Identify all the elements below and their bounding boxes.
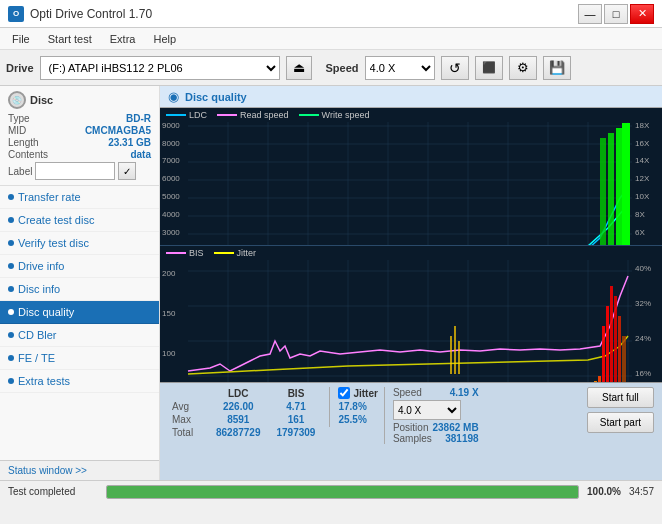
total-row: Total 86287729 1797309 (168, 426, 323, 439)
time-text: 34:57 (629, 486, 654, 497)
progress-bar-container (106, 485, 579, 499)
svg-text:6000: 6000 (162, 174, 180, 183)
save-button[interactable]: 💾 (543, 56, 571, 80)
svg-text:8000: 8000 (162, 139, 180, 148)
progress-text: 100.0% (587, 486, 621, 497)
position-label: Position (393, 422, 429, 433)
nav-dot-active (8, 309, 14, 315)
disc-contents-row: Contents data (8, 149, 151, 160)
speed-selector[interactable]: 4.0 X (393, 400, 461, 420)
drive-bar: Drive (F:) ATAPI iHBS112 2 PL06 ⏏ Speed … (0, 50, 662, 86)
speed-value: 4.19 X (450, 387, 479, 398)
ldc-legend-item: LDC (166, 110, 207, 120)
samples-label: Samples (393, 433, 432, 444)
charts-container: LDC Read speed Write speed (160, 108, 662, 382)
menu-extra[interactable]: Extra (102, 31, 144, 47)
samples-row: Samples 381198 (393, 433, 479, 444)
svg-rect-42 (622, 123, 630, 245)
top-legend: LDC Read speed Write speed (160, 108, 375, 122)
start-part-button[interactable]: Start part (587, 412, 654, 433)
sidebar-item-transfer-rate[interactable]: Transfer rate (0, 186, 159, 209)
top-chart-svg: 9000 8000 7000 6000 5000 4000 3000 2000 … (160, 108, 662, 245)
status-window-button[interactable]: Status window >> (0, 460, 159, 480)
read-speed-legend-label: Read speed (240, 110, 289, 120)
max-jitter-row: 25.5% (338, 414, 377, 425)
svg-text:24%: 24% (635, 334, 651, 343)
jitter-legend-item: Jitter (214, 248, 257, 258)
stats-area: LDC BIS Avg 226.00 4.71 Max 8591 (160, 382, 662, 480)
disc-length-label: Length (8, 137, 39, 148)
menu-start-test[interactable]: Start test (40, 31, 100, 47)
sidebar-item-disc-info[interactable]: Disc info (0, 278, 159, 301)
sidebar-item-create-test-disc[interactable]: Create test disc (0, 209, 159, 232)
disc-mid-value: CMCMAGBA5 (85, 125, 151, 136)
svg-rect-84 (606, 306, 609, 383)
drive-label: Drive (6, 62, 34, 74)
nav-items: Transfer rate Create test disc Verify te… (0, 186, 159, 460)
svg-rect-54 (160, 246, 662, 383)
refresh-button[interactable]: ↺ (441, 56, 469, 80)
stats-table: LDC BIS Avg 226.00 4.71 Max 8591 (168, 387, 323, 439)
menu-file[interactable]: File (4, 31, 38, 47)
sidebar-item-fe-te[interactable]: FE / TE (0, 347, 159, 370)
sidebar-item-extra-tests[interactable]: Extra tests (0, 370, 159, 393)
disc-label-apply-button[interactable]: ✓ (118, 162, 136, 180)
close-button[interactable]: ✕ (630, 4, 654, 24)
speed-row: Speed 4.19 X (393, 387, 479, 398)
svg-text:40%: 40% (635, 264, 651, 273)
eject-button[interactable]: ⏏ (286, 56, 312, 80)
progress-bar-fill (107, 486, 578, 498)
svg-text:7000: 7000 (162, 156, 180, 165)
disc-label-input[interactable] (35, 162, 115, 180)
jitter-checkbox[interactable] (338, 387, 350, 399)
disc-header: 💿 Disc (8, 91, 151, 109)
write-speed-legend-line (299, 114, 319, 116)
svg-text:5000: 5000 (162, 192, 180, 201)
read-speed-legend-line (217, 114, 237, 116)
chart-header: ◉ Disc quality (160, 86, 662, 108)
svg-rect-85 (610, 286, 613, 383)
position-row: Position 23862 MB (393, 422, 479, 433)
maximize-button[interactable]: □ (604, 4, 628, 24)
jitter-legend-label: Jitter (237, 248, 257, 258)
nav-dot (8, 378, 14, 384)
drive-select[interactable]: (F:) ATAPI iHBS112 2 PL06 (40, 56, 280, 80)
sidebar-item-drive-info[interactable]: Drive info (0, 255, 159, 278)
chart-title: Disc quality (185, 91, 247, 103)
avg-label: Avg (168, 400, 208, 413)
ldc-legend-label: LDC (189, 110, 207, 120)
avg-row: Avg 226.00 4.71 (168, 400, 323, 413)
read-speed-legend-item: Read speed (217, 110, 289, 120)
sidebar-item-verify-test-disc[interactable]: Verify test disc (0, 232, 159, 255)
window-title: Opti Drive Control 1.70 (30, 7, 152, 21)
title-bar: O Opti Drive Control 1.70 — □ ✕ (0, 0, 662, 28)
sidebar: 💿 Disc Type BD-R MID CMCMAGBA5 Length 23… (0, 86, 160, 480)
sidebar-item-cd-bler[interactable]: CD Bler (0, 324, 159, 347)
svg-rect-0 (160, 108, 662, 245)
sidebar-item-disc-quality[interactable]: Disc quality (0, 301, 159, 324)
disc-mid-label: MID (8, 125, 26, 136)
disc-length-row: Length 23.31 GB (8, 137, 151, 148)
svg-rect-81 (594, 381, 597, 383)
nav-dot (8, 286, 14, 292)
disc-length-value: 23.31 GB (108, 137, 151, 148)
minimize-button[interactable]: — (578, 4, 602, 24)
stop-button[interactable]: ⬛ (475, 56, 503, 80)
bis-legend-label: BIS (189, 248, 204, 258)
disc-type-label: Type (8, 113, 30, 124)
menu-help[interactable]: Help (145, 31, 184, 47)
max-label: Max (168, 413, 208, 426)
speed-select[interactable]: 4.0 X (365, 56, 435, 80)
start-full-button[interactable]: Start full (587, 387, 654, 408)
nav-dot (8, 194, 14, 200)
total-label: Total (168, 426, 208, 439)
speed-label: Speed (393, 387, 422, 398)
svg-text:14X: 14X (635, 156, 650, 165)
svg-rect-86 (614, 296, 617, 383)
app-icon: O (8, 6, 24, 22)
settings-icon-button[interactable]: ⚙ (509, 56, 537, 80)
svg-text:6X: 6X (635, 228, 645, 237)
svg-rect-41 (616, 128, 622, 245)
svg-text:8X: 8X (635, 210, 645, 219)
max-bis-value: 161 (269, 413, 324, 426)
